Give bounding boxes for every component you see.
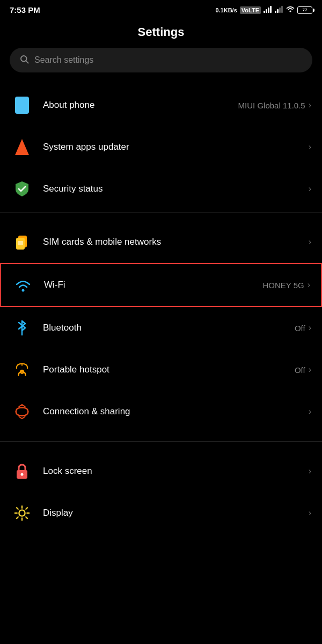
- shield-icon: [11, 178, 33, 200]
- svg-line-26: [17, 508, 18, 509]
- security-status-label: Security status: [43, 184, 103, 194]
- settings-item-wifi[interactable]: Wi-Fi HONEY 5G ›: [0, 263, 322, 307]
- lock-screen-chevron: ›: [309, 466, 311, 476]
- wifi-status-icon: [286, 5, 295, 14]
- display-icon: [11, 502, 33, 524]
- wifi-icon: [12, 274, 34, 296]
- divider-1: [0, 212, 322, 213]
- network-speed: 0.1KB/s: [215, 7, 237, 13]
- svg-line-28: [17, 517, 18, 518]
- about-phone-chevron: ›: [309, 100, 311, 110]
- battery-level: 77: [303, 8, 308, 12]
- svg-point-20: [21, 473, 24, 476]
- settings-item-system-apps[interactable]: System apps updater ›: [0, 126, 322, 168]
- settings-item-bluetooth[interactable]: Bluetooth Off ›: [0, 307, 322, 349]
- search-icon: [19, 54, 29, 66]
- signal-icon-1: [264, 5, 272, 14]
- svg-rect-0: [264, 11, 265, 13]
- svg-rect-4: [275, 11, 276, 13]
- connection-sharing-label: Connection & sharing: [43, 406, 130, 417]
- settings-item-hotspot[interactable]: Portable hotspot Off ›: [0, 349, 322, 391]
- bluetooth-chevron: ›: [309, 323, 311, 333]
- svg-point-8: [289, 10, 291, 12]
- hotspot-label: Portable hotspot: [43, 364, 109, 375]
- bluetooth-icon: [11, 317, 33, 339]
- wifi-value: HONEY 5G: [262, 281, 304, 290]
- section-device: Lock screen › Display ›: [0, 450, 322, 534]
- wifi-label: Wi-Fi: [44, 280, 65, 290]
- search-bar[interactable]: Search settings: [10, 48, 312, 72]
- bluetooth-value: Off: [295, 324, 305, 333]
- security-status-chevron: ›: [309, 184, 311, 194]
- svg-point-15: [22, 289, 25, 292]
- arrow-up-icon: [11, 136, 33, 158]
- svg-rect-3: [270, 6, 272, 13]
- connection-icon: [11, 400, 33, 423]
- settings-item-display[interactable]: Display ›: [0, 492, 322, 534]
- network-type: VoLTE: [240, 6, 261, 14]
- time: 7:53 PM: [10, 5, 40, 14]
- page-title: Settings: [0, 18, 322, 48]
- sim-icon: [11, 231, 33, 253]
- svg-rect-1: [266, 9, 267, 13]
- svg-marker-11: [15, 139, 29, 155]
- settings-item-lock-screen[interactable]: Lock screen ›: [0, 450, 322, 492]
- svg-rect-5: [277, 9, 279, 13]
- about-phone-value: MIUI Global 11.0.5: [238, 101, 305, 110]
- status-right: 0.1KB/s VoLTE: [215, 5, 312, 14]
- bluetooth-label: Bluetooth: [43, 323, 82, 333]
- about-phone-label: About phone: [43, 100, 94, 111]
- hotspot-value: Off: [295, 365, 305, 375]
- connection-sharing-chevron: ›: [309, 407, 311, 416]
- hotspot-icon: [11, 358, 33, 381]
- sim-cards-label: SIM cards & mobile networks: [43, 237, 161, 247]
- svg-rect-7: [281, 6, 283, 13]
- lock-screen-label: Lock screen: [43, 466, 92, 477]
- settings-item-sim-cards[interactable]: SIM cards & mobile networks ›: [0, 221, 322, 263]
- status-bar: 7:53 PM 0.1KB/s VoLTE: [0, 0, 322, 18]
- svg-rect-14: [18, 241, 23, 245]
- system-apps-label: System apps updater: [43, 142, 129, 152]
- svg-rect-6: [279, 8, 281, 13]
- svg-line-27: [26, 517, 27, 518]
- svg-line-29: [26, 508, 27, 509]
- sim-cards-chevron: ›: [309, 237, 311, 247]
- svg-point-21: [19, 510, 25, 516]
- lock-icon: [11, 460, 33, 482]
- display-label: Display: [43, 508, 73, 518]
- signal-icon-2: [275, 5, 283, 14]
- phone-icon: [11, 94, 33, 116]
- display-chevron: ›: [309, 508, 311, 518]
- section-network: SIM cards & mobile networks › Wi-Fi HONE…: [0, 221, 322, 433]
- battery-icon: 77: [297, 6, 312, 14]
- section-top: About phone MIUI Global 11.0.5 › System …: [0, 84, 322, 210]
- hotspot-chevron: ›: [309, 365, 311, 375]
- divider-2: [0, 441, 322, 442]
- wifi-chevron: ›: [308, 280, 310, 290]
- settings-item-connection-sharing[interactable]: Connection & sharing ›: [0, 391, 322, 433]
- svg-line-10: [26, 61, 28, 63]
- search-placeholder: Search settings: [34, 55, 93, 65]
- svg-rect-2: [268, 8, 269, 13]
- system-apps-chevron: ›: [309, 142, 311, 152]
- settings-item-security-status[interactable]: Security status ›: [0, 168, 322, 210]
- settings-item-about-phone[interactable]: About phone MIUI Global 11.0.5 ›: [0, 84, 322, 126]
